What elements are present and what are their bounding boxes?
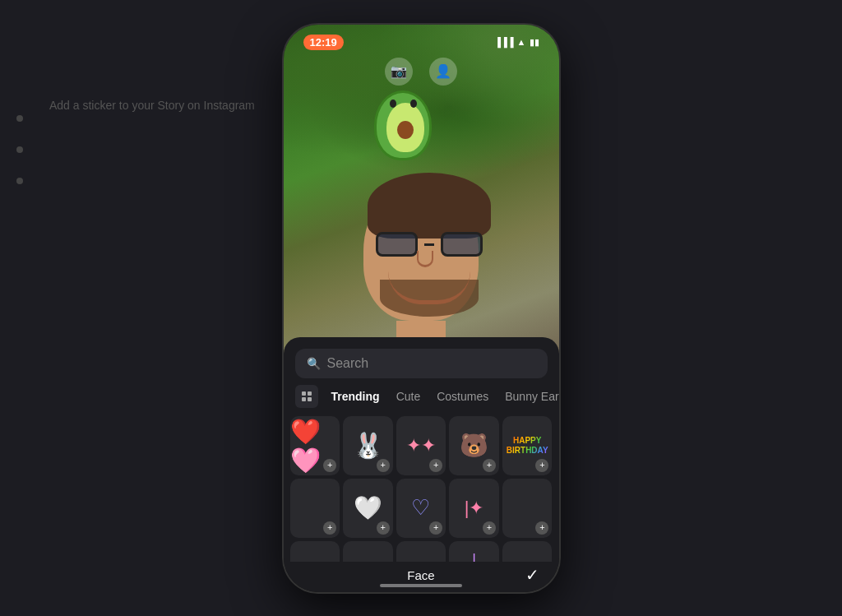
svg-rect-3 — [308, 397, 312, 401]
sticker-hearts[interactable]: ❤️🩷 + — [290, 416, 340, 475]
gummy-add-button[interactable]: + — [483, 459, 496, 472]
stars-add-button[interactable]: + — [429, 459, 442, 472]
face-detection-button[interactable]: 👤 — [429, 58, 457, 86]
heart-blue-emoji: ♡ — [411, 495, 430, 521]
sidebar-dot-2 — [16, 146, 23, 153]
blank1-add-button[interactable]: + — [323, 521, 336, 535]
status-time: 12:19 — [303, 35, 344, 50]
tab-trending[interactable]: Trending — [325, 387, 386, 405]
home-indicator — [380, 584, 462, 587]
bottom-footer: Face ✓ — [284, 562, 559, 592]
sidebar-dot-1 — [16, 115, 23, 122]
sticker-heart-blue[interactable]: ♡ + — [396, 479, 446, 538]
bg-sidebar — [16, 115, 23, 184]
camera-top-icons: 📷 👤 — [385, 58, 457, 86]
rabbit-emoji: 🐰 — [353, 431, 383, 460]
sidebar-dot-3 — [16, 178, 23, 184]
tab-costumes[interactable]: Costumes — [430, 387, 495, 405]
avocado-sticker — [374, 90, 440, 164]
sticker-wand[interactable]: |✦ + — [449, 479, 499, 538]
sticker-birthday[interactable]: HAPPYBIRTHDAY + — [502, 416, 553, 475]
search-icon: 🔍 — [307, 357, 321, 370]
sticker-heart-outline[interactable]: 🤍 + — [343, 479, 393, 538]
sticker-blank-2[interactable]: + — [502, 479, 553, 538]
sticker-row-3: | — [290, 541, 553, 562]
sticker-blank-6[interactable] — [502, 541, 553, 562]
avocado-eye-left — [390, 100, 396, 108]
category-tabs: Trending Cute Costumes Bunny Ears Sur — [284, 385, 559, 408]
sticker-blank-1[interactable]: + — [290, 479, 340, 538]
avocado-pit — [397, 121, 414, 139]
footer-face-label: Face — [407, 568, 434, 582]
wand-add-button[interactable]: + — [483, 521, 496, 535]
search-input[interactable]: Search — [327, 356, 369, 371]
tab-all-icon[interactable] — [295, 385, 318, 408]
sticker-gummy[interactable]: 🐻 + — [449, 416, 499, 475]
wand-emoji: |✦ — [465, 498, 484, 519]
avocado-body — [374, 90, 432, 160]
avocado-eye-right — [410, 100, 417, 108]
signal-icon: ▐▐▐ — [494, 37, 513, 47]
heart-blue-add-button[interactable]: + — [429, 521, 442, 535]
hearts-add-button[interactable]: + — [323, 459, 336, 472]
avocado-inner — [386, 103, 424, 152]
sticker-blank-5[interactable] — [396, 541, 446, 562]
sticker-grid: ❤️🩷 + 🐰 + ✦✦ + 🐻 + HAPPYBIRTHDAY + — [284, 416, 559, 562]
battery-icon: ▮▮ — [530, 37, 539, 48]
camera-view: 📷 👤 12:19 ▐▐▐ ▲ ▮▮ — [284, 25, 559, 378]
heart-outline-add-button[interactable]: + — [377, 521, 390, 535]
face — [355, 181, 487, 345]
sticker-rabbit[interactable]: 🐰 + — [343, 416, 393, 475]
blank2-add-button[interactable]: + — [535, 521, 548, 535]
tab-bunny-ears[interactable]: Bunny Ears — [498, 387, 558, 405]
nose — [417, 251, 433, 267]
sticker-blank-4[interactable] — [343, 541, 393, 562]
heart-outline-emoji: 🤍 — [354, 494, 382, 521]
search-bar[interactable]: 🔍 Search — [295, 349, 548, 378]
svg-rect-2 — [302, 397, 306, 401]
camera-switch-button[interactable]: 📷 — [385, 58, 413, 86]
glass-left — [376, 232, 418, 257]
status-bar: 12:19 ▐▐▐ ▲ ▮▮ — [284, 25, 559, 53]
glass-bridge — [424, 243, 433, 246]
footer-check-button[interactable]: ✓ — [525, 565, 539, 585]
birthday-add-button[interactable]: + — [535, 459, 548, 472]
tab-cute[interactable]: Cute — [390, 387, 428, 405]
avocado-eyes — [383, 100, 424, 108]
sticker-row-2: + 🤍 + ♡ + |✦ + + — [290, 479, 553, 538]
gummy-emoji: 🐻 — [460, 432, 488, 459]
birthday-text: HAPPYBIRTHDAY — [507, 436, 548, 456]
wand2-emoji: | — [472, 551, 476, 562]
status-icons: ▐▐▐ ▲ ▮▮ — [494, 37, 539, 48]
glass-right — [441, 232, 483, 257]
stars-emoji: ✦✦ — [406, 435, 436, 456]
svg-rect-0 — [302, 391, 306, 396]
head — [363, 181, 479, 321]
sticker-row-1: ❤️🩷 + 🐰 + ✦✦ + 🐻 + HAPPYBIRTHDAY + — [290, 416, 553, 475]
sticker-panel: 🔍 Search Trending Cute Costumes Bunny Ea… — [284, 337, 559, 592]
hair — [368, 173, 491, 239]
sticker-stars[interactable]: ✦✦ + — [396, 416, 446, 475]
phone-frame: 📷 👤 12:19 ▐▐▐ ▲ ▮▮ 🔍 Search — [284, 25, 559, 592]
rabbit-add-button[interactable]: + — [377, 459, 390, 472]
sticker-wand-2[interactable]: | — [449, 541, 499, 562]
wifi-icon: ▲ — [517, 37, 526, 47]
svg-rect-1 — [308, 391, 312, 396]
sticker-blank-3[interactable] — [290, 541, 340, 562]
